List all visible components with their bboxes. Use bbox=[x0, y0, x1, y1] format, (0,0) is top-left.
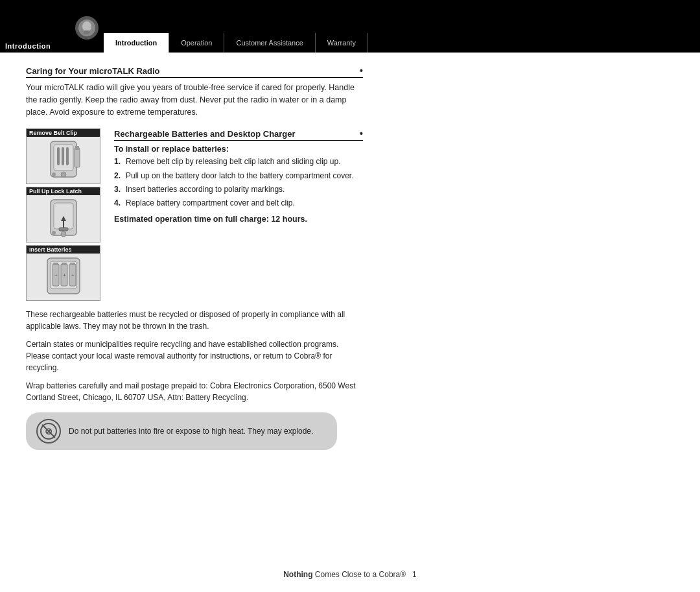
svg-rect-5 bbox=[57, 147, 60, 165]
svg-rect-16 bbox=[59, 228, 68, 231]
pull-up-lock-latch-label: Pull Up Lock Latch bbox=[27, 187, 100, 195]
caring-section-body: Your microTALK radio will give you years… bbox=[26, 82, 363, 118]
pull-up-lock-latch-illustration bbox=[27, 195, 100, 242]
page-footer: Nothing Comes Close to a Cobra® 1 bbox=[0, 570, 700, 579]
svg-rect-10 bbox=[75, 148, 80, 167]
para-1: These rechargeable batteries must be rec… bbox=[26, 309, 363, 332]
remove-belt-clip-label: Remove Belt Clip bbox=[27, 129, 100, 137]
svg-point-1 bbox=[82, 21, 91, 32]
svg-rect-6 bbox=[62, 147, 64, 165]
svg-text:⊘: ⊘ bbox=[45, 426, 52, 436]
svg-point-8 bbox=[61, 172, 66, 177]
insert-batteries-label: Insert Batteries bbox=[27, 246, 100, 254]
footer-brand: Nothing bbox=[283, 570, 312, 579]
page-header: Introduction Introduction Operation Cust… bbox=[0, 0, 700, 53]
svg-text:+: + bbox=[63, 272, 66, 278]
footer-page: 1 bbox=[412, 570, 417, 579]
tab-operation[interactable]: Operation bbox=[169, 33, 224, 53]
svg-rect-25 bbox=[62, 263, 67, 265]
estimated-time: Estimated operation time on full charge:… bbox=[114, 215, 363, 224]
tab-customer-assistance[interactable]: Customer Assistance bbox=[224, 33, 315, 53]
svg-rect-7 bbox=[66, 147, 69, 165]
footer-text: Comes Close to a Cobra® bbox=[313, 570, 406, 579]
svg-rect-2 bbox=[84, 30, 90, 34]
install-step-2: 2. Pull up on the battery door latch to … bbox=[114, 171, 363, 182]
insert-batteries-box: Insert Batteries + + + bbox=[26, 245, 100, 301]
para-2: Certain states or municipalities require… bbox=[26, 338, 363, 373]
pull-up-lock-latch-box: Pull Up Lock Latch bbox=[26, 187, 100, 243]
caring-section-title: Caring for Your microTALK Radio bbox=[26, 65, 363, 78]
install-subtitle: To install or replace batteries: bbox=[114, 145, 363, 154]
battery-section: Remove Belt Clip bbox=[26, 128, 363, 301]
header-intro-label: Introduction bbox=[5, 42, 51, 50]
para-3: Wrap batteries carefully and mail postag… bbox=[26, 380, 363, 403]
install-step-3: 3. Insert batteries according to polarit… bbox=[114, 184, 363, 195]
remove-belt-clip-illustration bbox=[27, 137, 100, 184]
battery-text-col: Rechargeable Batteries and Desktop Charg… bbox=[114, 128, 363, 301]
svg-point-17 bbox=[52, 231, 56, 235]
svg-rect-24 bbox=[53, 263, 58, 265]
tab-introduction[interactable]: Introduction bbox=[104, 33, 169, 53]
svg-rect-26 bbox=[70, 263, 75, 265]
header-nav: Introduction Operation Customer Assistan… bbox=[104, 0, 700, 53]
battery-images-col: Remove Belt Clip bbox=[26, 128, 104, 301]
header-logo-section: Introduction bbox=[0, 0, 104, 53]
main-content: Caring for Your microTALK Radio Your mic… bbox=[0, 53, 389, 463]
svg-text:+: + bbox=[54, 272, 58, 278]
svg-text:+: + bbox=[71, 272, 75, 278]
insert-batteries-illustration: + + + bbox=[27, 254, 100, 300]
svg-point-9 bbox=[52, 172, 56, 176]
tab-warranty[interactable]: Warranty bbox=[316, 33, 368, 53]
remove-belt-clip-box: Remove Belt Clip bbox=[26, 128, 100, 184]
logo-icon bbox=[75, 16, 99, 40]
install-step-1: 1. Remove belt clip by releasing belt cl… bbox=[114, 156, 363, 167]
install-steps-list: 1. Remove belt clip by releasing belt cl… bbox=[114, 156, 363, 209]
warning-box: ⊘ Do not put batteries into fire or expo… bbox=[26, 412, 337, 450]
battery-section-title: Rechargeable Batteries and Desktop Charg… bbox=[114, 128, 363, 141]
warning-text: Do not put batteries into fire or expose… bbox=[69, 425, 313, 437]
install-step-4: 4. Replace battery compartment cover and… bbox=[114, 198, 363, 209]
warning-icon: ⊘ bbox=[36, 419, 61, 444]
svg-rect-11 bbox=[75, 146, 79, 150]
svg-point-18 bbox=[61, 231, 66, 237]
